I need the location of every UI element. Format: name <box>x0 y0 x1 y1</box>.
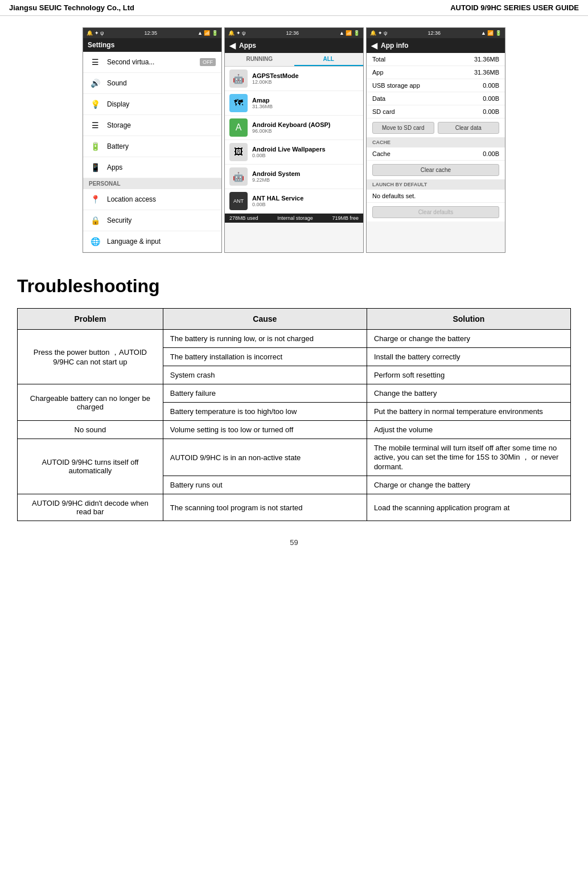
table-row: AUTOID 9/9HC didn't decode when read bar… <box>18 494 571 521</box>
app-item-agps[interactable]: 🤖 AGPSTestMode 12.00KB <box>225 67 363 91</box>
settings-time: 12:35 <box>144 30 157 36</box>
solution-load-scan: Load the scanning application program at <box>367 494 570 521</box>
move-to-sd-button[interactable]: Move to SD card <box>372 122 434 134</box>
storage-label: Internal storage <box>277 215 313 221</box>
storage-free: 719MB free <box>332 215 359 221</box>
app-info-status-right: ▲ 📶 🔋 <box>481 30 501 36</box>
language-label: Language & input <box>107 237 161 245</box>
clear-cache-button[interactable]: Clear cache <box>372 164 499 176</box>
guide-title: AUTOID 9/9HC SERIES USER GUIDE <box>450 3 579 12</box>
app-info-time: 12:36 <box>427 30 441 36</box>
keyboard-icon: A <box>229 118 248 137</box>
agps-name: AGPSTestMode <box>252 72 359 79</box>
app-item-ant-hal[interactable]: ANT ANT HAL Service 0.00B <box>225 189 363 214</box>
settings-screen: 🔔 ✦ ψ 12:35 ▲ 📶 🔋 Settings ☰ Second virt… <box>83 27 222 253</box>
app-info-status-left: 🔔 ✦ ψ <box>370 30 387 36</box>
personal-section-header: PERSONAL <box>83 178 221 189</box>
move-clear-row: Move to SD card Clear data <box>367 118 505 137</box>
settings-item-security[interactable]: 🔒 Security <box>83 210 221 231</box>
battery-label: Battery <box>107 142 129 150</box>
col-problem: Problem <box>18 309 163 330</box>
settings-action-bar: Settings <box>83 38 221 52</box>
apps-status-right: ▲ 📶 🔋 <box>339 30 360 36</box>
ant-hal-name: ANT HAL Service <box>252 195 359 202</box>
no-defaults-text: No defaults set. <box>372 192 416 199</box>
apps-action-bar: ◀ Apps <box>225 38 363 53</box>
wallpapers-info: Android Live Wallpapers 0.00B <box>252 146 359 158</box>
settings-item-apps[interactable]: 📱 Apps <box>83 157 221 178</box>
problem-power: Press the power button ，AUTOID 9/9HC can… <box>18 330 163 384</box>
col-solution: Solution <box>367 309 570 330</box>
app-item-android-system[interactable]: 🤖 Android System 9.22MB <box>225 165 363 189</box>
settings-item-battery[interactable]: 🔋 Battery <box>83 136 221 157</box>
app-item-keyboard[interactable]: A Android Keyboard (AOSP) 96.00KB <box>225 116 363 140</box>
settings-item-second-virtua[interactable]: ☰ Second virtua... OFF <box>83 52 221 73</box>
screenshot-area: 🔔 ✦ ψ 12:35 ▲ 📶 🔋 Settings ☰ Second virt… <box>0 16 588 264</box>
tab-all[interactable]: ALL <box>294 53 364 66</box>
solution-change-battery: Change the battery <box>367 384 570 403</box>
solution-charge: Charge or change the battery <box>367 330 570 348</box>
ant-hal-icon: ANT <box>229 192 248 210</box>
second-virtua-label: Second virtua... <box>107 58 154 66</box>
settings-status-bar: 🔔 ✦ ψ 12:35 ▲ 📶 🔋 <box>83 28 221 38</box>
cache-label: Cache <box>372 150 390 157</box>
amap-info: Amap 31.36MB <box>252 97 359 109</box>
ant-hal-size: 0.00B <box>252 202 359 207</box>
cause-volume-low: Volume setting is too low or turned off <box>163 421 367 439</box>
solution-adjust-volume: Adjust the volume <box>367 421 570 439</box>
problem-auto-off: AUTOID 9/9HC turns itself off automatica… <box>18 439 163 494</box>
table-row: Chargeable battery can no longer be char… <box>18 384 571 403</box>
amap-size: 31.36MB <box>252 104 359 109</box>
storage-label: Storage <box>107 121 131 129</box>
app-item-amap[interactable]: 🗺 Amap 31.36MB <box>225 91 363 116</box>
clear-defaults-button[interactable]: Clear defaults <box>372 206 499 218</box>
app-info-status-bar: 🔔 ✦ ψ 12:36 ▲ 📶 🔋 <box>367 28 505 38</box>
security-icon: 🔒 <box>89 214 101 227</box>
cause-temperature: Battery temperature is too high/too low <box>163 403 367 421</box>
cause-inactive: AUTOID 9/9HC is in an non-active state <box>163 439 367 476</box>
sound-label: Sound <box>107 79 127 87</box>
android-system-info: Android System 9.22MB <box>252 170 359 183</box>
toggle-off[interactable]: OFF <box>200 58 216 66</box>
no-defaults-row: No defaults set. <box>367 190 505 203</box>
android-system-size: 9.22MB <box>252 177 359 183</box>
total-label: Total <box>372 56 385 63</box>
settings-title: Settings <box>88 41 114 49</box>
settings-item-location[interactable]: 📍 Location access <box>83 189 221 210</box>
app-row-value: 31.36MB <box>474 69 499 76</box>
data-row: Data 0.00B <box>367 92 505 105</box>
clear-defaults-row: Clear defaults <box>367 203 505 222</box>
launch-section-header: LAUNCH BY DEFAULT <box>367 179 505 190</box>
settings-item-display[interactable]: 💡 Display <box>83 94 221 115</box>
data-row-value: 0.00B <box>483 95 499 102</box>
settings-item-language[interactable]: 🌐 Language & input <box>83 231 221 252</box>
tab-running[interactable]: RUNNING <box>225 53 294 66</box>
ant-hal-info: ANT HAL Service 0.00B <box>252 195 359 207</box>
sound-icon: 🔊 <box>89 77 101 89</box>
keyboard-size: 96.00KB <box>252 128 359 134</box>
app-info-action-bar: ◀ App info <box>367 38 505 53</box>
back-arrow-icon[interactable]: ◀ <box>229 41 236 50</box>
settings-item-storage[interactable]: ☰ Storage <box>83 115 221 136</box>
storage-used: 278MB used <box>229 215 258 221</box>
display-icon: 💡 <box>89 98 101 110</box>
company-name: Jiangsu SEUIC Technology Co., Ltd <box>9 3 134 12</box>
settings-item-sound[interactable]: 🔊 Sound <box>83 73 221 94</box>
solution-install: Install the battery correctly <box>367 348 570 366</box>
app-item-wallpapers[interactable]: 🖼 Android Live Wallpapers 0.00B <box>225 140 363 165</box>
usb-row-value: 0.00B <box>483 82 499 89</box>
agps-icon: 🤖 <box>229 69 248 88</box>
cache-value: 0.00B <box>483 150 499 157</box>
agps-info: AGPSTestMode 12.00KB <box>252 72 359 85</box>
app-info-back-icon[interactable]: ◀ <box>371 41 377 50</box>
clear-cache-row: Clear cache <box>367 161 505 179</box>
app-row-label: App <box>372 69 384 76</box>
battery-icon: 🔋 <box>89 140 101 153</box>
apps-screen: 🔔 ✦ ψ 12:36 ▲ 📶 🔋 ◀ Apps RUNNING ALL 🤖 A… <box>224 27 364 253</box>
amap-icon: 🗺 <box>229 94 248 112</box>
page-number: 59 <box>290 538 298 547</box>
app-row: App 31.36MB <box>367 66 505 79</box>
clear-data-button[interactable]: Clear data <box>438 122 500 134</box>
solution-inactive: The mobile terminal will turn itself off… <box>367 439 570 476</box>
status-right-icons: ▲ 📶 🔋 <box>198 30 218 36</box>
